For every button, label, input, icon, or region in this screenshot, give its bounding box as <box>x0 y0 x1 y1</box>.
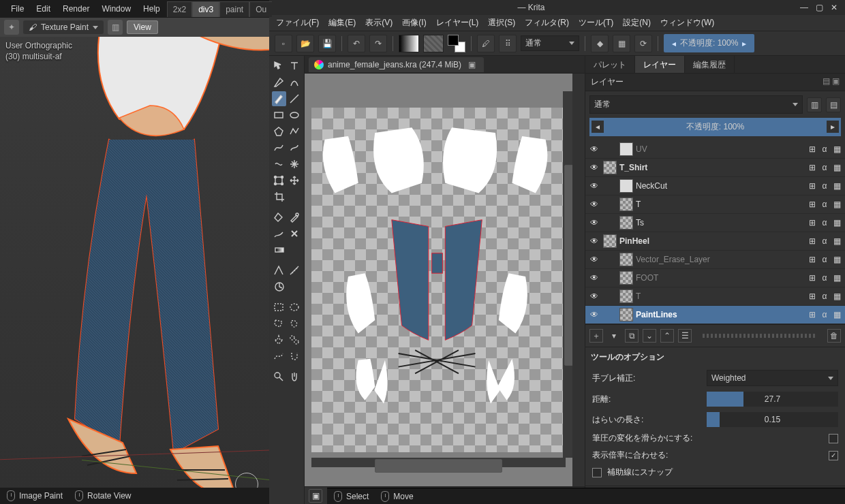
menu-file[interactable]: File <box>5 2 29 16</box>
minimize-button[interactable]: ― <box>800 3 808 12</box>
move-tool[interactable] <box>272 59 286 74</box>
smart-patch-tool[interactable] <box>288 226 302 241</box>
add-layer-button[interactable]: ＋ <box>589 329 603 343</box>
bezier-tool[interactable] <box>272 140 286 155</box>
polyline-tool[interactable] <box>288 124 302 139</box>
crop-tool[interactable] <box>272 189 287 204</box>
document-tab[interactable]: anime_female_jeans.kra (247.4 MiB) ▣ <box>309 57 484 72</box>
line-tool[interactable] <box>288 91 302 106</box>
similar-select-tool[interactable] <box>288 332 302 347</box>
layer-row[interactable]: 👁FOOT⊞α▦ <box>585 269 845 287</box>
rectangle-tool[interactable] <box>272 108 286 123</box>
visibility-toggle[interactable]: 👁 <box>588 180 600 192</box>
add-layer-dropdown[interactable]: ▾ <box>607 329 621 343</box>
layer-blendmode-dropdown[interactable]: 通常 <box>589 95 803 114</box>
layer-row[interactable]: 👁PinHeel⊞α▦ <box>585 232 845 251</box>
maximize-button[interactable]: ▢ <box>815 3 823 12</box>
tab-2x2[interactable]: 2x2 <box>167 1 192 17</box>
transform-tool[interactable] <box>272 173 286 188</box>
magnetic-select-tool[interactable] <box>288 349 302 364</box>
layer-row[interactable]: 👁T⊞α▦ <box>585 287 845 306</box>
visibility-toggle[interactable]: 👁 <box>588 143 600 155</box>
polygon-tool[interactable] <box>272 124 286 139</box>
layer-row[interactable]: 👁T_Shirt⊞α▦ <box>585 159 845 177</box>
reload-preset[interactable]: ⟳ <box>634 35 652 52</box>
duplicate-layer-button[interactable]: ⧉ <box>625 329 639 343</box>
pattern-swatch[interactable] <box>423 35 444 52</box>
alpha-lock-toggle[interactable]: ▦ <box>613 35 630 52</box>
delete-layer-button[interactable]: 🗑 <box>827 329 841 343</box>
dynamic-brush-tool[interactable] <box>272 157 286 172</box>
layer-row[interactable]: 👁UV⊞α▦ <box>585 140 845 159</box>
contiguous-select-tool[interactable] <box>272 332 286 347</box>
reference-tool[interactable] <box>272 279 287 294</box>
visibility-toggle[interactable]: 👁 <box>588 253 600 266</box>
undo-button[interactable]: ↶ <box>348 35 365 52</box>
layer-row[interactable]: 👁NeckCut⊞α▦ <box>585 177 845 195</box>
move-up-button[interactable]: ⌃ <box>660 329 674 343</box>
move-down-button[interactable]: ⌄ <box>643 329 656 343</box>
move-layer-tool[interactable] <box>288 173 302 188</box>
kmenu-file[interactable]: ファイル(F) <box>272 15 323 31</box>
kmenu-image[interactable]: 画像(I) <box>398 15 430 31</box>
visibility-toggle[interactable]: 👁 <box>588 217 600 229</box>
layer-row[interactable]: 👁Vector_Erase_Layer⊞α▦ <box>585 251 845 269</box>
ellipse-tool[interactable] <box>288 108 302 123</box>
canvas[interactable] <box>305 74 572 486</box>
text-tool[interactable] <box>288 59 302 74</box>
header-icon[interactable]: ▥ <box>108 20 123 35</box>
poly-select-tool[interactable] <box>272 316 286 331</box>
resize-handle[interactable] <box>703 334 816 338</box>
tab-layers[interactable]: レイヤー <box>635 56 685 73</box>
tab-paint[interactable]: paint <box>219 1 249 17</box>
assistant-tool[interactable] <box>272 263 286 278</box>
close-tab-button[interactable]: ▣ <box>465 60 478 69</box>
freehand-brush-tool[interactable] <box>272 91 286 106</box>
view-button[interactable]: View <box>127 20 158 34</box>
open-file-button[interactable]: 📂 <box>296 35 314 52</box>
pattern-tool[interactable] <box>272 226 286 241</box>
panel-menu-icon[interactable]: ▤ ▣ <box>823 76 840 88</box>
menu-help[interactable]: Help <box>138 2 166 16</box>
menu-render[interactable]: Render <box>57 2 95 16</box>
kmenu-settings[interactable]: 設定(N) <box>619 15 655 31</box>
editor-type-icon[interactable]: ✦ <box>4 20 19 35</box>
kmenu-window[interactable]: ウィンドウ(W) <box>656 15 718 31</box>
kmenu-select[interactable]: 選択(S) <box>484 15 519 31</box>
close-button[interactable]: ✕ <box>830 3 838 12</box>
kmenu-filter[interactable]: フィルタ(R) <box>521 15 573 31</box>
visibility-toggle[interactable]: 👁 <box>588 198 600 210</box>
multibrush-tool[interactable] <box>288 157 302 172</box>
visibility-toggle[interactable]: 👁 <box>588 309 600 321</box>
opacity-inc-button[interactable]: ▸ <box>827 121 839 133</box>
rect-select-tool[interactable] <box>272 300 286 315</box>
brush-preset-button[interactable]: 🖊 <box>477 35 495 52</box>
selection-mode-icon[interactable]: ▣ <box>309 489 322 503</box>
fg-bg-swatch[interactable] <box>448 35 465 52</box>
brush-editor-button[interactable]: ⠿ <box>499 35 517 52</box>
redo-button[interactable]: ↷ <box>369 35 387 52</box>
kmenu-layer[interactable]: レイヤー(L) <box>432 15 483 31</box>
kmenu-view[interactable]: 表示(V) <box>361 15 397 31</box>
gradient-tool[interactable] <box>272 242 287 257</box>
blend-mode-dropdown[interactable]: 通常 <box>521 35 579 51</box>
viewport-3d[interactable]: User Orthographic (30) multisuit-af <box>0 37 269 488</box>
layer-thumbnail-button[interactable]: ▤ <box>826 97 841 112</box>
eraser-toggle[interactable]: ◆ <box>591 35 609 52</box>
filter-layers-button[interactable]: ▥ <box>807 97 822 112</box>
layer-properties-button[interactable]: ☰ <box>678 329 692 343</box>
pan-tool[interactable] <box>288 369 302 384</box>
edit-shapes-tool[interactable] <box>272 75 286 90</box>
zoom-tool[interactable] <box>272 369 286 384</box>
stroke-end-slider[interactable]: 0.15 <box>707 412 838 427</box>
fill-tool[interactable] <box>272 210 286 225</box>
tab-div3[interactable]: div3 <box>192 1 219 17</box>
save-button[interactable]: 💾 <box>318 35 336 52</box>
layer-list[interactable]: 👁UV⊞α▦👁T_Shirt⊞α▦👁NeckCut⊞α▦👁T⊞α▦👁Ts⊞α▦👁… <box>585 140 845 324</box>
layer-row[interactable]: 👁PaintLines⊞α▦ <box>585 306 845 324</box>
smooth-pressure-checkbox[interactable] <box>829 434 838 443</box>
tab-truncated[interactable]: Ou <box>249 1 272 17</box>
calligraphy-tool[interactable] <box>288 75 302 90</box>
ellipse-select-tool[interactable] <box>288 300 302 315</box>
layer-row[interactable]: 👁Ts⊞α▦ <box>585 214 845 232</box>
